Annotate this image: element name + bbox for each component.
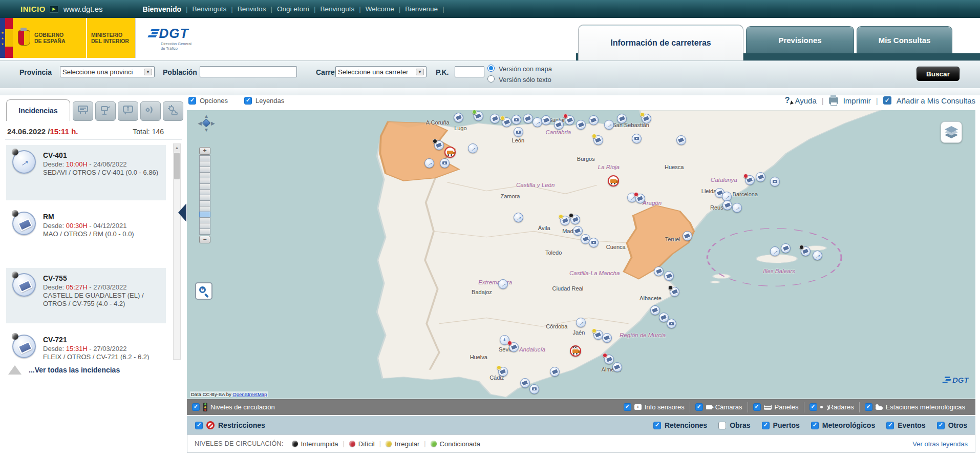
map[interactable]: A CoruñaLugoSantanderCantabriaSan Sebast… [187, 110, 975, 399]
scroll-thumb[interactable] [174, 153, 180, 179]
tab-mis-consultas[interactable]: Mis Consultas [857, 26, 952, 53]
version-texto-radio[interactable] [487, 75, 495, 82]
eventos-checkbox[interactable] [886, 422, 894, 429]
zoom-in-button[interactable]: + [199, 147, 210, 155]
map-marker-cam[interactable] [440, 158, 450, 168]
pan-up-button[interactable]: ▲ [204, 113, 209, 119]
carretera-select[interactable]: Seleccione una carreter▼ [335, 66, 427, 77]
welcome-item[interactable]: Benvidos [238, 5, 266, 13]
zoom-slider[interactable]: + − [199, 147, 211, 243]
paneles-checkbox[interactable] [753, 403, 761, 411]
map-marker-panel[interactable] [509, 342, 519, 352]
estaciones-checkbox[interactable] [865, 403, 872, 411]
map-marker-panel[interactable] [650, 305, 660, 315]
map-marker-arrow[interactable]: → [514, 213, 523, 222]
welcome-item[interactable]: Welcome [366, 5, 394, 13]
map-marker-panel[interactable] [520, 378, 530, 388]
tab-previsiones[interactable]: Previsiones [746, 26, 854, 53]
map-marker-arrow[interactable]: → [770, 246, 780, 256]
map-marker-panel[interactable] [635, 194, 645, 203]
welcome-item[interactable]: Bienvenue [405, 5, 438, 13]
leyendas-checkbox[interactable] [244, 97, 252, 105]
map-marker-panel[interactable] [654, 266, 664, 276]
map-marker-panel[interactable] [602, 333, 612, 343]
map-marker-panel[interactable] [589, 115, 599, 125]
zoom-level-rung[interactable] [199, 229, 210, 235]
zoom-track[interactable] [199, 155, 211, 235]
map-marker-panel[interactable] [474, 111, 483, 121]
map-marker-truck[interactable] [608, 175, 619, 186]
map-marker-arrow[interactable]: → [813, 251, 822, 260]
retenciones-checkbox[interactable] [653, 422, 661, 429]
map-marker-arrow[interactable]: → [732, 203, 742, 213]
inicio-link[interactable]: INICIO [20, 5, 46, 13]
map-marker-panel[interactable] [745, 175, 755, 185]
add-mis-consultas-link[interactable]: Añadir a Mis Consultas [897, 96, 975, 105]
info-sensores-checkbox[interactable] [624, 403, 631, 411]
map-marker-panel[interactable] [560, 216, 570, 225]
map-marker-arrow[interactable]: → [498, 279, 508, 289]
map-marker-panel[interactable] [498, 367, 508, 377]
pan-right-button[interactable]: ▶ [211, 120, 215, 126]
map-marker-panel[interactable] [756, 172, 765, 182]
map-marker-panel[interactable] [612, 362, 622, 372]
tab-camaras[interactable] [95, 101, 116, 121]
ayuda-link[interactable]: Ayuda [795, 96, 817, 105]
map-marker-arrow[interactable]: → [468, 143, 478, 153]
map-marker-cam[interactable] [632, 134, 642, 143]
map-marker-cam[interactable] [514, 127, 523, 137]
list-scrollbar[interactable]: ▲ [173, 143, 181, 360]
map-marker-panel[interactable] [801, 246, 811, 256]
ver-otras-leyendas-link[interactable]: Ver otras leyendas [912, 440, 968, 448]
map-marker-panel[interactable] [541, 115, 551, 125]
welcome-item[interactable]: Ongi etorri [277, 5, 309, 13]
tab-incidencias[interactable]: Incidencias [6, 99, 70, 121]
welcome-item[interactable]: Benvinguts [193, 5, 227, 13]
incident-item[interactable]: CV-755 Desde: 05:27H - 27/03/2022 CASTEL… [6, 268, 166, 323]
map-marker-panel[interactable] [683, 231, 692, 241]
tab-informacion-de-carreteras[interactable]: Información de carreteras [578, 25, 743, 60]
map-marker-panel[interactable] [454, 113, 463, 122]
magnifier-button[interactable] [195, 282, 212, 300]
map-marker-panel[interactable] [502, 117, 512, 127]
map-marker-panel[interactable] [565, 115, 574, 125]
welcome-item[interactable]: Bienvenido [143, 5, 181, 13]
otros-checkbox[interactable] [937, 422, 945, 429]
pan-down-button[interactable]: ▼ [204, 127, 209, 133]
map-marker-panel[interactable] [617, 114, 627, 123]
version-mapa-radio[interactable] [487, 65, 495, 72]
map-marker-panel[interactable] [490, 114, 500, 123]
collapse-sidebar-button[interactable] [178, 203, 186, 222]
map-marker-panel[interactable] [550, 367, 560, 377]
scroll-up-button[interactable]: ▲ [174, 144, 180, 152]
incident-item[interactable]: CV-401 Desde: 10:00H - 24/06/2022 SEDAVI… [6, 145, 166, 200]
meteorologicos-checkbox[interactable] [811, 422, 819, 429]
pan-control[interactable]: ▲ ◀ ▶ ▼ [195, 113, 218, 133]
map-marker-arrow[interactable]: → [424, 158, 434, 168]
opciones-checkbox[interactable] [188, 97, 196, 105]
buscar-button[interactable]: Buscar [917, 67, 960, 81]
poblacion-input[interactable] [200, 66, 297, 77]
map-marker-truckxxl[interactable]: XXL [570, 345, 581, 357]
map-marker-cam[interactable] [512, 115, 521, 125]
view-all-incidents[interactable]: ...Ver todas las incidencias [8, 365, 120, 375]
map-marker-panel[interactable] [576, 120, 586, 130]
tab-paneles[interactable] [73, 101, 93, 121]
map-marker-panel[interactable] [781, 243, 791, 253]
pan-left-button[interactable]: ◀ [198, 120, 202, 126]
map-marker-panel[interactable] [664, 271, 674, 281]
map-marker-panel[interactable] [570, 215, 580, 224]
layers-button[interactable] [941, 121, 962, 143]
puertos-checkbox[interactable] [762, 422, 770, 429]
imprimir-link[interactable]: Imprimir [843, 96, 871, 105]
map-marker-panel[interactable] [670, 287, 679, 297]
map-marker-arrow[interactable]: → [604, 120, 614, 130]
restricciones-checkbox[interactable] [195, 422, 203, 429]
map-marker-cam[interactable] [770, 177, 780, 186]
map-marker-cam[interactable] [589, 238, 599, 247]
provincia-select[interactable]: Seleccione una provinci▼ [60, 66, 155, 77]
radares-checkbox[interactable] [809, 403, 817, 411]
camaras-checkbox[interactable] [695, 403, 703, 411]
osm-link[interactable]: OpenStreetMap [232, 391, 267, 397]
incident-item[interactable]: CV-721 Desde: 15:31H - 27/03/2022 FLEIX … [6, 329, 166, 360]
